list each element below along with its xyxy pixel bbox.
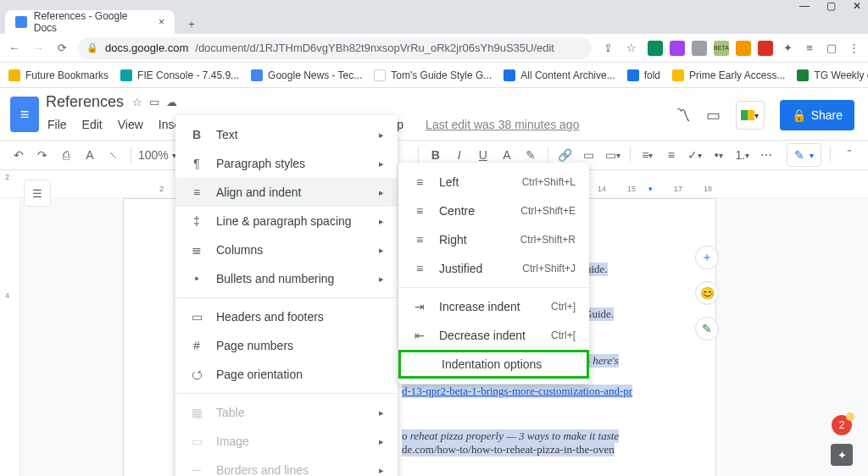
menu-edit[interactable]: Edit [81, 116, 104, 133]
menu-file[interactable]: File [46, 116, 69, 133]
doc-link[interactable]: d-13-qpr2-beta-1-brings-more-customizati… [402, 385, 632, 398]
bulleted-list-button[interactable]: •▾ [709, 145, 729, 165]
align-button[interactable]: ≡▾ [637, 145, 658, 165]
bookmark-item[interactable]: Google News - Tec... [251, 69, 362, 81]
insert-image-button[interactable]: ▭▾ [603, 145, 623, 165]
ruler-tick: 14 [598, 185, 606, 193]
omnibox[interactable]: 🔒 docs.google.com/document/d/1RJTHmD6vgY… [78, 37, 592, 59]
increase-indent-icon: ⇥ [412, 300, 427, 313]
align-justified-icon: ≡ [412, 262, 427, 275]
menu-columns[interactable]: ≣Columns▸ [175, 235, 398, 264]
tab-close-icon[interactable]: × [159, 16, 164, 28]
window-minimize[interactable]: — [799, 0, 810, 12]
separator [418, 147, 419, 163]
increase-indent[interactable]: ⇥Increase indentCtrl+] [398, 292, 589, 321]
back-button[interactable]: ← [7, 42, 22, 54]
doc-title[interactable]: References [46, 93, 124, 111]
separator [630, 147, 631, 163]
menu-page-numbers[interactable]: #Page numbers [175, 331, 398, 360]
submenu-arrow-icon: ▸ [379, 158, 384, 169]
bold-icon: B [189, 128, 204, 141]
paint-format-button[interactable]: ⟍ [103, 145, 124, 165]
bookmark-star-icon[interactable]: ☆ [624, 42, 639, 54]
extension-icon[interactable] [692, 41, 707, 56]
url-path: /document/d/1RJTHmD6vgYBh82t9nxsopVrRu_o… [195, 42, 554, 54]
move-icon[interactable]: ▭ [149, 96, 159, 108]
reading-list-icon[interactable]: ≡ [802, 42, 817, 54]
tabs-icon[interactable]: ▢ [824, 42, 839, 54]
notifications-badge[interactable]: 2 [832, 415, 852, 435]
comments-history-icon[interactable]: ▭ [706, 106, 721, 125]
bookmark-item[interactable]: All Content Archive... [504, 69, 615, 81]
decrease-indent[interactable]: ⇤Decrease indentCtrl+[ [398, 321, 589, 350]
menu-label: Page orientation [216, 368, 303, 381]
print-button[interactable]: ⎙ [56, 145, 76, 165]
hide-menus-button[interactable]: ˆ [839, 145, 860, 165]
document-outline-button[interactable]: ☰ [24, 180, 51, 207]
activity-icon[interactable]: 〽 [676, 107, 691, 125]
bookmark-item[interactable]: FIE Console - 7.45.9... [120, 69, 239, 81]
redo-button[interactable]: ↷ [32, 145, 53, 165]
share-page-icon[interactable]: ⇪ [600, 42, 615, 54]
menu-text[interactable]: BText▸ [175, 120, 398, 149]
address-bar: ← → ⟳ 🔒 docs.google.com/document/d/1RJTH… [0, 34, 868, 63]
undo-button[interactable]: ↶ [8, 145, 29, 165]
meet-button[interactable]: ▾ [736, 101, 765, 130]
numbered-list-button[interactable]: 1.▾ [732, 145, 753, 165]
share-button[interactable]: 🔒 Share [780, 100, 854, 130]
editing-mode-button[interactable]: ✎▾ [787, 143, 821, 167]
line-spacing-button[interactable]: ≡ [661, 145, 682, 165]
doc-text: de.com/how-to/how-to-reheat-pizza-in-the… [402, 443, 615, 457]
bookmark-item[interactable]: TG Weekly content... [797, 69, 868, 81]
extension-icon[interactable] [758, 41, 773, 56]
more-tools-button[interactable]: ⋯ [756, 145, 776, 165]
window-titlebar: — ▢ ✕ [0, 0, 868, 8]
align-right[interactable]: ≡RightCtrl+Shift+R [398, 225, 589, 254]
zoom-select[interactable]: 100%▾ [138, 148, 176, 162]
bookmark-item[interactable]: Tom's Guide Style G... [374, 69, 492, 81]
menu-align-and-indent[interactable]: ≡Align and indent▸ [175, 178, 398, 207]
extension-beta-icon[interactable]: BETA [714, 41, 729, 56]
forward-button[interactable]: → [31, 42, 46, 54]
bookmark-item[interactable]: Future Bookmarks [8, 69, 108, 81]
menu-view[interactable]: View [116, 116, 145, 133]
docs-logo-icon[interactable]: ≡ [10, 97, 39, 132]
checklist-button[interactable]: ✓▾ [685, 145, 705, 165]
add-reaction-chip[interactable]: 😊 [695, 281, 719, 305]
bookmark-item[interactable]: Prime Early Access... [672, 69, 785, 81]
menu-line-spacing[interactable]: ‡Line & paragraph spacing▸ [175, 207, 398, 235]
menu-page-orientation[interactable]: ⭯Page orientation [175, 360, 398, 389]
window-maximize[interactable]: ▢ [826, 0, 836, 12]
menu-headers-footers[interactable]: ▭Headers and footers [175, 302, 398, 331]
submenu-arrow-icon: ▸ [379, 130, 384, 141]
columns-icon: ≣ [189, 243, 204, 257]
suggest-edits-chip[interactable]: ✎ [695, 317, 719, 340]
extensions-puzzle-icon[interactable]: ✦ [780, 42, 795, 54]
add-comment-chip[interactable]: ＋ [695, 246, 719, 269]
cloud-status-icon[interactable]: ☁ [166, 96, 177, 108]
bookmark-label: Tom's Guide Style G... [391, 69, 492, 81]
ruler-indent-marker[interactable]: ▾ [648, 185, 653, 193]
explore-button[interactable]: ✦ [831, 444, 853, 466]
extension-icon[interactable] [736, 41, 751, 56]
last-edit-link[interactable]: Last edit was 38 minutes ago [426, 118, 579, 131]
extension-icon[interactable] [648, 41, 663, 56]
align-centre[interactable]: ≡CentreCtrl+Shift+E [398, 196, 589, 225]
reload-button[interactable]: ⟳ [54, 42, 70, 54]
align-left[interactable]: ≡LeftCtrl+Shift+L [398, 168, 589, 196]
ruler-tick: 17 [674, 185, 682, 193]
window-close[interactable]: ✕ [853, 0, 861, 12]
new-tab-button[interactable]: + [181, 14, 202, 34]
bookmark-item[interactable]: fold [627, 69, 660, 81]
align-centre-icon: ≡ [412, 204, 427, 218]
align-justified[interactable]: ≡JustifiedCtrl+Shift+J [398, 254, 589, 283]
vertical-ruler[interactable]: 2 4 [0, 198, 20, 476]
chrome-menu-icon[interactable]: ⋮ [846, 42, 861, 54]
menu-paragraph-styles[interactable]: ¶Paragraph styles▸ [175, 149, 398, 178]
star-icon[interactable]: ☆ [132, 96, 142, 108]
indentation-options[interactable]: Indentation options [398, 350, 589, 379]
extension-icon[interactable] [670, 41, 685, 56]
spellcheck-button[interactable]: A [80, 145, 100, 165]
browser-tab[interactable]: References - Google Docs × [5, 10, 175, 34]
menu-bullets-numbering[interactable]: •Bullets and numbering▸ [175, 264, 398, 293]
